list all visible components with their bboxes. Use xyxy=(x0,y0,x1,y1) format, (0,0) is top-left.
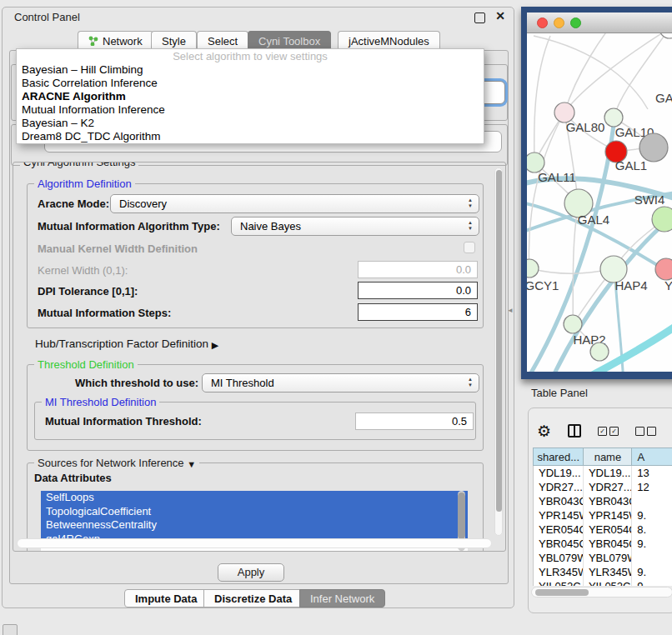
minimize-icon[interactable] xyxy=(554,18,564,28)
attribute-list-item[interactable]: TopologicalCoefficient xyxy=(41,505,468,519)
table-cell[interactable]: YIL052C xyxy=(533,579,584,586)
table-row[interactable]: YDR27...YDR27...12 xyxy=(533,480,672,494)
zoom-icon[interactable] xyxy=(570,18,581,28)
table-cell[interactable]: YER054C xyxy=(584,522,632,537)
table-horizontal-scrollbar[interactable] xyxy=(531,587,672,598)
apply-button[interactable]: Apply xyxy=(218,563,284,582)
manual-kernel-checkbox[interactable] xyxy=(464,242,475,253)
network-node[interactable] xyxy=(564,315,582,333)
node-table: shared... name A YDL19...YDL19...13YDR27… xyxy=(533,448,672,586)
table-cell[interactable]: YDR27... xyxy=(584,480,632,494)
table-cell[interactable]: YBR045C xyxy=(584,537,632,551)
table-cell[interactable]: 8. xyxy=(632,522,672,537)
unchecked-columns-icon[interactable] xyxy=(635,427,656,436)
table-cell[interactable] xyxy=(632,551,672,565)
network-node[interactable] xyxy=(659,33,672,38)
table-cell[interactable] xyxy=(632,494,672,508)
network-window-titlebar[interactable] xyxy=(527,12,672,33)
table-cell[interactable]: YBR043C xyxy=(533,494,584,508)
network-node[interactable] xyxy=(604,108,623,127)
tab-network[interactable]: Network xyxy=(78,31,153,50)
table-cell[interactable]: YBL079W xyxy=(533,551,584,565)
network-node[interactable] xyxy=(527,259,539,278)
table-cell[interactable]: YLR345W xyxy=(533,565,584,579)
network-canvas[interactable]: GAL80GAL10GAL1GAL11GAL4SWI4GCY1HAP4YHAP2… xyxy=(527,33,672,372)
table-cell[interactable]: 13 xyxy=(632,466,672,480)
table-cell[interactable]: YBL079W xyxy=(584,551,632,565)
settings-horizontal-scrollbar[interactable] xyxy=(17,538,492,548)
table-cell[interactable]: YLR345W xyxy=(584,565,632,579)
algorithm-option[interactable]: Basic Correlation Inference xyxy=(17,77,484,90)
tab-cyni-toolbox[interactable]: Cyni Toolbox xyxy=(248,31,331,50)
network-node[interactable] xyxy=(652,207,672,232)
close-icon[interactable] xyxy=(537,18,548,28)
column-header[interactable]: name xyxy=(583,448,631,466)
dpi-tolerance-field[interactable]: 0.0 xyxy=(358,282,478,299)
hub-definition-toggle[interactable]: Hub/Transcription Factor Definition ▶ xyxy=(35,338,218,351)
tab-select[interactable]: Select xyxy=(197,31,248,50)
checked-columns-icon[interactable]: ✓✓ xyxy=(598,427,619,436)
column-header[interactable]: A xyxy=(631,448,672,466)
table-cell[interactable]: YPR145W xyxy=(584,508,632,522)
panel-splitter-handle[interactable]: ◄ xyxy=(507,307,514,314)
algorithm-option[interactable]: Dream8 DC_TDC Algorithm xyxy=(17,130,484,143)
network-node[interactable] xyxy=(639,133,668,162)
network-edge[interactable] xyxy=(534,36,550,162)
mi-threshold-definition-title: MI Threshold Definition xyxy=(42,396,159,408)
table-panel: ⚙ ✓✓ shared... name A YDL19...YDL19...13… xyxy=(528,408,672,613)
table-cell[interactable]: YER054C xyxy=(533,522,584,537)
table-cell[interactable]: 9. xyxy=(632,508,672,522)
table-row[interactable]: YDL19...YDL19...13 xyxy=(533,466,672,480)
settings-vertical-scrollbar[interactable] xyxy=(494,168,503,536)
table-cell[interactable]: 9. xyxy=(632,565,672,579)
algorithm-option[interactable]: Bayesian – K2 xyxy=(17,117,484,130)
close-icon[interactable]: ✕ xyxy=(495,9,505,22)
float-window-icon[interactable] xyxy=(474,12,485,23)
table-cell[interactable]: YBR045C xyxy=(533,537,584,551)
tab-style[interactable]: Style xyxy=(151,31,197,50)
network-edge[interactable] xyxy=(564,33,669,112)
table-cell[interactable]: 9. xyxy=(632,537,672,551)
attribute-list-item[interactable]: SelfLoops xyxy=(41,491,468,505)
tab-jactivemnodules[interactable]: jActiveMNodules xyxy=(338,31,440,50)
algorithm-option[interactable]: ARACNE Algorithm xyxy=(17,90,484,103)
table-row[interactable]: YBL079WYBL079W xyxy=(533,551,672,565)
table-row[interactable]: YBR043CYBR043C xyxy=(533,494,672,508)
mi-steps-field[interactable]: 6 xyxy=(358,303,478,321)
network-node[interactable] xyxy=(655,258,672,280)
table-cell[interactable]: YBR043C xyxy=(584,494,632,508)
table-row[interactable]: YLR345WYLR345W9. xyxy=(533,565,672,579)
aracne-mode-combo[interactable]: Discovery ▲▼ xyxy=(110,194,479,213)
tab-discretize-data[interactable]: Discretize Data xyxy=(203,589,303,608)
kernel-width-field[interactable]: 0.0 xyxy=(358,261,478,278)
collapsed-panel-icon[interactable] xyxy=(3,624,18,635)
table-toolbar: ⚙ ✓✓ xyxy=(537,422,672,440)
table-cell[interactable]: YDR27... xyxy=(533,480,584,494)
tab-infer-network[interactable]: Infer Network xyxy=(299,589,385,608)
algorithm-option[interactable]: Mutual Information Inference xyxy=(17,103,484,117)
algorithm-option[interactable]: Bayesian – Hill Climbing xyxy=(17,63,484,77)
columns-icon[interactable] xyxy=(568,424,581,438)
table-cell[interactable]: 9 xyxy=(632,579,672,586)
table-cell[interactable]: YDL19... xyxy=(533,466,584,480)
network-node[interactable] xyxy=(590,342,609,361)
table-cell[interactable]: YDL19... xyxy=(584,466,632,480)
sources-title[interactable]: Sources for Network Inference ▼ xyxy=(34,457,199,469)
column-header[interactable]: shared... xyxy=(533,448,583,466)
table-row[interactable]: YER054CYER054C8. xyxy=(533,522,672,537)
node-label: GAL4 xyxy=(578,212,609,227)
table-cell[interactable]: YPR145W xyxy=(533,508,584,522)
table-cell[interactable]: YIL052C xyxy=(584,579,632,586)
network-edge[interactable] xyxy=(534,36,648,109)
tab-impute-data[interactable]: Impute Data xyxy=(124,589,208,608)
table-row[interactable]: YBR045CYBR045C9. xyxy=(533,537,672,551)
which-threshold-combo[interactable]: MI Threshold ▲▼ xyxy=(202,373,479,392)
table-row[interactable]: YPR145WYPR145W9. xyxy=(533,508,672,522)
attribute-list-item[interactable]: BetweennessCentrality xyxy=(41,518,468,532)
table-row[interactable]: YIL052CYIL052C9 xyxy=(533,579,672,586)
mi-algorithm-type-combo[interactable]: Naive Bayes ▲▼ xyxy=(231,217,479,236)
table-cell[interactable]: 12 xyxy=(632,480,672,494)
network-view-window: GAL80GAL10GAL1GAL11GAL4SWI4GCY1HAP4YHAP2… xyxy=(521,7,672,379)
gear-icon[interactable]: ⚙ xyxy=(537,423,551,439)
mi-threshold-field[interactable]: 0.5 xyxy=(355,412,474,430)
